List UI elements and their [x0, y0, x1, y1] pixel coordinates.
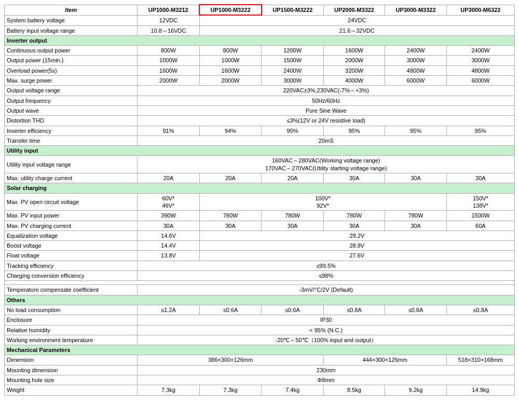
val-w-c5: 9.2kg	[385, 385, 447, 395]
val-msp-c2: 2000W	[199, 76, 262, 86]
label-max-pv-input-power: Max. PV input power	[5, 211, 138, 221]
val-op15-c1: 1000W	[138, 56, 199, 65]
val-mpcc-c4: 30A	[323, 221, 385, 231]
val-mpip-c2: 780W	[199, 211, 262, 221]
val-mpcc-c6: 60A	[446, 221, 514, 231]
row-weight: Weight 7.3kg 7.3kg 7.4kg 8.5kg 9.2kg 14.…	[5, 385, 515, 395]
row-no-load-consumption: No load consumption ≤1.2A ≤0.6A ≤0.6A ≤0…	[5, 305, 515, 315]
row-output-voltage-range: Output voltage range 220VAC±3%,230VAC(-7…	[5, 86, 515, 96]
val-msp-c3: 3000W	[262, 76, 323, 86]
val-cop-c5: 2400W	[385, 46, 447, 56]
val-ie-c5: 95%	[385, 126, 447, 136]
val-mucc-c2: 20A	[199, 173, 262, 183]
label-working-env-temp: Working environment temperature	[5, 335, 138, 345]
section-utility-input: Utility input	[5, 146, 515, 156]
val-ol5-c3: 2400W	[262, 65, 323, 75]
val-w-c1: 7.3kg	[138, 385, 199, 395]
row-enclosure: Enclosure IP30	[5, 315, 515, 325]
val-uivr: 160VAC～280VAC(Working voltage range)170V…	[138, 156, 515, 173]
col-up1000-m3222: UP1000-M3222	[199, 5, 262, 15]
val-te: ≤99.5%	[138, 261, 515, 270]
val-rh: < 95% (N.C.)	[138, 325, 515, 335]
row-max-pv-open-circuit-voltage: Max. PV open circuit voltage 60V*46V* 10…	[5, 193, 515, 211]
col-up3000-m3322: UP3000-M3322	[385, 5, 447, 15]
val-mucc-c3: 20A	[262, 173, 323, 183]
label-overload-power-5s: Overload power(5s)	[5, 65, 138, 75]
val-cop-c6: 2400W	[446, 46, 514, 56]
section-solar-charging: Solar charging	[5, 183, 515, 193]
val-w-c3: 7.4kg	[262, 385, 323, 395]
val-mucc-c6: 30A	[446, 173, 514, 183]
row-battery-input-voltage-range: Battery input voltage range 10.8～16VDC 2…	[5, 25, 515, 35]
val-cop-c4: 1600W	[323, 46, 385, 56]
label-system-battery-voltage: System battery voltage	[5, 15, 138, 25]
row-mounting-hole-size: Mounting hole size Φ8mm	[5, 375, 515, 385]
val-dim-c6: 518×310×168mm	[446, 355, 514, 365]
val-mpip-c5: 780W	[385, 211, 447, 221]
label-output-voltage-range: Output voltage range	[5, 86, 138, 96]
gap-row-1	[5, 281, 515, 285]
label-output-frequency: Output frequency	[5, 96, 138, 105]
val-of: 50Hz/60Hz	[138, 96, 515, 105]
val-mpocv-c6: 150V*138V*	[446, 193, 514, 211]
val-ol5-c5: 4800W	[385, 65, 447, 75]
section-inverter-output: Inverter output	[5, 35, 515, 45]
row-output-frequency: Output frequency 50Hz/60Hz	[5, 96, 515, 105]
val-ol5-c4: 3200W	[323, 65, 385, 75]
val-w-c6: 14.9kg	[446, 385, 514, 395]
val-nlc-c3: ≤0.6A	[262, 305, 323, 315]
row-overload-power-5s: Overload power(5s) 1600W 1600W 2400W 320…	[5, 65, 515, 75]
val-ow: Pure Sine Wave	[138, 105, 515, 115]
val-mucc-c5: 30A	[385, 173, 447, 183]
val-nlc-c1: ≤1.2A	[138, 305, 199, 315]
col-up2000-m3322: UP2000-M3322	[323, 5, 385, 15]
val-mpcc-c2: 30A	[199, 221, 262, 231]
val-mpip-c3: 780W	[262, 211, 323, 221]
label-mounting-hole-size: Mounting hole size	[5, 375, 138, 385]
row-temp-compensate: Temperature compensate coefficient -3mV/…	[5, 285, 515, 295]
section-solar-charging-label: Solar charging	[5, 183, 515, 193]
val-tcc: -3mV/°C/2V (Default)	[138, 285, 515, 295]
val-enclosure: IP30	[138, 315, 515, 325]
label-utility-input-voltage-range: Utility input voltage range	[5, 156, 138, 173]
label-max-pv-open-circuit-voltage: Max. PV open circuit voltage	[5, 193, 138, 211]
label-weight: Weight	[5, 385, 138, 395]
row-mounting-dimension: Mounting dimension 230mm	[5, 365, 515, 375]
row-equalization-voltage: Equalization voltage 14.6V 29.2V	[5, 231, 515, 240]
row-distortion-thd: Distortion THD ≤3%(12V or 24V resistive …	[5, 116, 515, 126]
label-max-pv-charging-current: Max. PV charging current	[5, 221, 138, 231]
val-dim-c1-3: 386×300×126mm	[138, 355, 323, 365]
val-ie-c6: 95%	[446, 126, 514, 136]
col-item: Item	[5, 5, 138, 15]
col-up1000-m3212: UP1000-M3212	[138, 5, 199, 15]
row-tracking-efficiency: Tracking efficiency ≤99.5%	[5, 261, 515, 270]
val-bivr-c2-6: 21.6～32VDC	[199, 25, 514, 35]
row-charging-conversion-efficiency: Charging conversion efficiency ≤98%	[5, 271, 515, 281]
val-mpocv-c1: 60V*46V*	[138, 193, 199, 211]
row-max-utility-charge-current: Max. utility charge current 20A 20A 20A …	[5, 173, 515, 183]
label-charging-conversion-efficiency: Charging conversion efficiency	[5, 271, 138, 281]
row-transfer-time: Transfer time 20mS	[5, 136, 515, 145]
label-max-surge-power: Max. surge power	[5, 76, 138, 86]
val-op15-c3: 1500W	[262, 56, 323, 65]
row-continuous-output-power: Continuous output power 800W 800W 1200W …	[5, 46, 515, 56]
val-w-c2: 7.3kg	[199, 385, 262, 395]
row-max-pv-charging-current: Max. PV charging current 30A 30A 30A 30A…	[5, 221, 515, 231]
val-mhs: Φ8mm	[138, 375, 515, 385]
label-continuous-output-power: Continuous output power	[5, 46, 138, 56]
val-mpip-c6: 1500W	[446, 211, 514, 221]
label-tracking-efficiency: Tracking efficiency	[5, 261, 138, 270]
val-msp-c1: 2000W	[138, 76, 199, 86]
val-tt: 20mS	[138, 136, 515, 145]
col-up1500-m3222: UP1500-M3222	[262, 5, 323, 15]
row-output-power-15min: Output power (15min.) 1000W 1000W 1500W …	[5, 56, 515, 65]
val-msp-c6: 6000W	[446, 76, 514, 86]
val-cce: ≤98%	[138, 271, 515, 281]
val-dim-c4-5: 444×300×126mm	[323, 355, 446, 365]
row-dimension: Dimension 386×300×126mm 444×300×126mm 51…	[5, 355, 515, 365]
label-boost-voltage: Boost voltage	[5, 241, 138, 251]
val-nlc-c2: ≤0.6A	[199, 305, 262, 315]
val-ie-c3: 95%	[262, 126, 323, 136]
label-output-power-15min: Output power (15min.)	[5, 56, 138, 65]
table-header: Item UP1000-M3212 UP1000-M3222 UP1500-M3…	[5, 5, 515, 15]
